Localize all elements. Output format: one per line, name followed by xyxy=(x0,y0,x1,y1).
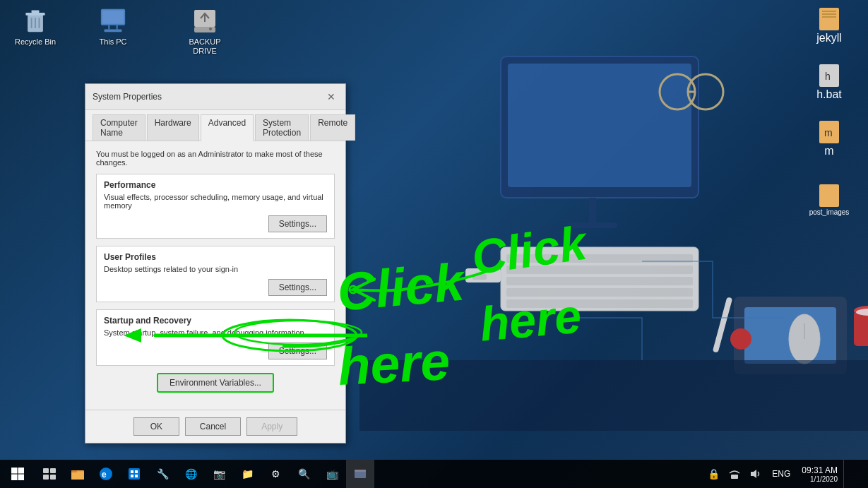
apply-button[interactable]: Apply xyxy=(246,417,297,436)
desktop-icon-h-bat[interactable]: h h.bat xyxy=(804,60,854,104)
dialog-footer: OK Cancel Apply xyxy=(85,410,345,443)
desktop-icon-m[interactable]: m m xyxy=(804,117,854,160)
taskbar-language[interactable]: ENG xyxy=(766,469,796,479)
ok-button[interactable]: OK xyxy=(133,417,179,436)
taskbar-time-value: 09:31 AM xyxy=(802,465,838,475)
svg-rect-47 xyxy=(819,184,839,207)
svg-rect-58 xyxy=(11,468,18,474)
user-profiles-desc: Desktop settings related to your sign-in xyxy=(104,265,327,273)
svg-rect-10 xyxy=(506,277,693,285)
svg-rect-77 xyxy=(355,470,366,472)
performance-desc: Visual effects, processor scheduling, me… xyxy=(104,193,327,210)
h-bat-icon: h xyxy=(816,63,842,88)
dialog-close-button[interactable]: ✕ xyxy=(324,90,338,104)
post-images-icon xyxy=(816,183,842,208)
svg-rect-61 xyxy=(18,475,25,481)
explorer-icon xyxy=(71,468,85,480)
taskbar-icon-explorer[interactable] xyxy=(64,460,92,488)
cancel-button[interactable]: Cancel xyxy=(185,417,241,436)
user-profiles-section: User Profiles Desktop settings related t… xyxy=(96,246,335,302)
svg-rect-74 xyxy=(131,475,133,477)
performance-title: Performance xyxy=(104,180,327,190)
taskbar-security-icon[interactable]: 🔒 xyxy=(703,460,724,488)
dialog-title: System Properties xyxy=(93,92,162,102)
startup-recovery-settings-button[interactable]: Settings... xyxy=(268,343,327,359)
svg-rect-11 xyxy=(506,288,693,297)
admin-notice: You must be logged on as an Administrato… xyxy=(96,150,335,167)
svg-rect-1 xyxy=(508,64,691,187)
tab-remote[interactable]: Remote xyxy=(310,114,355,141)
taskbar-icon-7[interactable]: 📺 xyxy=(318,460,346,488)
dialog-content: You must be logged on as an Administrato… xyxy=(85,141,345,410)
taskbar-icon-2[interactable]: 🌐 xyxy=(177,460,205,488)
svg-rect-80 xyxy=(852,469,857,479)
taskbar-icon-1[interactable]: 🔧 xyxy=(148,460,177,488)
desktop-icon-jekyll[interactable]: jekyll xyxy=(804,4,854,47)
desktop-icon-post-images[interactable]: post_images xyxy=(804,180,854,219)
this-pc-label: This PC xyxy=(99,37,126,47)
recycle-bin-label: Recycle Bin xyxy=(15,37,56,47)
user-profiles-settings-button[interactable]: Settings... xyxy=(268,279,327,296)
active-window-icon xyxy=(353,467,367,481)
start-button[interactable] xyxy=(0,460,35,488)
svg-rect-40 xyxy=(822,11,836,12)
taskbar-icon-store[interactable] xyxy=(120,460,148,488)
svg-point-38 xyxy=(209,28,212,30)
svg-rect-32 xyxy=(102,11,124,24)
recycle-bin-icon xyxy=(21,6,49,35)
task-view-icon xyxy=(43,468,56,480)
jekyll-label: jekyll xyxy=(816,32,842,44)
svg-rect-12 xyxy=(506,299,693,308)
edge-icon: e xyxy=(99,467,113,481)
svg-rect-17 xyxy=(713,297,732,352)
taskbar-show-desktop[interactable] xyxy=(843,460,864,488)
network-icon xyxy=(729,469,740,479)
taskbar-icon-5[interactable]: ⚙ xyxy=(261,460,290,488)
svg-rect-26 xyxy=(25,13,44,16)
svg-rect-59 xyxy=(18,468,25,474)
svg-rect-62 xyxy=(43,468,49,473)
svg-rect-2 xyxy=(589,198,596,226)
svg-rect-3 xyxy=(568,222,617,228)
svg-rect-9 xyxy=(506,266,693,274)
svg-rect-65 xyxy=(50,475,56,480)
taskbar-icon-6[interactable]: 🔍 xyxy=(290,460,318,488)
tab-computer-name[interactable]: Computer Name xyxy=(93,114,145,141)
store-icon xyxy=(127,467,141,481)
desktop: Recycle Bin This PC BACKUP DRIVE jek xyxy=(0,0,868,488)
svg-rect-21 xyxy=(854,311,868,346)
taskbar-icon-edge[interactable]: e xyxy=(92,460,120,488)
svg-rect-27 xyxy=(32,10,40,13)
svg-rect-78 xyxy=(731,475,738,479)
task-view-button[interactable] xyxy=(35,460,64,488)
system-properties-dialog: System Properties ✕ Computer Name Hardwa… xyxy=(85,83,346,444)
svg-rect-72 xyxy=(131,470,133,473)
performance-settings-button[interactable]: Settings... xyxy=(268,215,327,232)
tab-system-protection[interactable]: System Protection xyxy=(255,114,309,141)
svg-rect-35 xyxy=(117,25,118,30)
taskbar-volume-icon[interactable] xyxy=(745,460,766,488)
desktop-icon-recycle-bin[interactable]: Recycle Bin xyxy=(7,4,64,49)
startup-recovery-desc: System startup, system failure, and debu… xyxy=(104,328,327,337)
svg-rect-64 xyxy=(43,475,49,480)
desktop-icon-backup-drive[interactable]: BACKUP DRIVE xyxy=(177,4,233,59)
taskbar-icon-active[interactable] xyxy=(346,460,374,488)
tab-advanced[interactable]: Advanced xyxy=(201,114,254,141)
taskbar-clock[interactable]: 09:31 AM 1/1/2020 xyxy=(796,465,843,483)
svg-text:h: h xyxy=(825,71,831,82)
backup-drive-label: BACKUP DRIVE xyxy=(189,37,220,56)
startup-recovery-title: Startup and Recovery xyxy=(104,316,327,326)
svg-rect-60 xyxy=(11,475,18,481)
user-profiles-title: User Profiles xyxy=(104,252,327,262)
taskbar-icon-3[interactable]: 📷 xyxy=(205,460,233,488)
taskbar-icon-4[interactable]: 📁 xyxy=(233,460,261,488)
svg-rect-41 xyxy=(822,13,836,15)
tab-hardware[interactable]: Hardware xyxy=(147,114,199,141)
environment-variables-button[interactable]: Environment Variables... xyxy=(157,373,274,393)
jekyll-icon xyxy=(816,6,842,32)
taskbar-network-icon[interactable] xyxy=(724,460,745,488)
backup-drive-icon xyxy=(191,6,219,35)
h-bat-label: h.bat xyxy=(816,88,842,101)
desktop-icon-this-pc[interactable]: This PC xyxy=(85,4,141,49)
taskbar: e 🔧 🌐 📷 📁 ⚙ 🔍 📺 xyxy=(0,460,868,488)
